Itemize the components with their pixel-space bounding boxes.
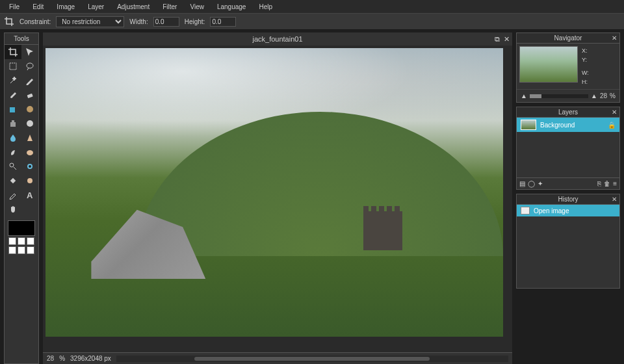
wand-tool[interactable] (5, 73, 21, 88)
menu-image[interactable]: Image (51, 1, 80, 12)
nav-zoom-value: 28 (600, 92, 607, 99)
toolbox: Tools A (4, 32, 39, 364)
pencil-tool[interactable] (21, 73, 38, 88)
menu-bar: File Edit Image Layer Adjustment Filter … (0, 0, 624, 13)
move-tool[interactable] (21, 45, 38, 59)
navigator-close-icon[interactable]: ✕ (612, 34, 617, 42)
height-input[interactable] (210, 17, 236, 27)
zoom-tool[interactable] (21, 202, 38, 216)
svg-rect-5 (10, 122, 16, 127)
marquee-tool[interactable] (5, 59, 21, 73)
height-label: Height: (185, 18, 205, 25)
fx-icon[interactable]: ✦ (538, 180, 543, 187)
width-label: Width: (129, 18, 148, 25)
menu-help[interactable]: Help (254, 1, 278, 12)
layers-panel: Layers✕ Background 🔒 ▤ ◯ ✦ ⎘ 🗑 ≡ (516, 107, 620, 190)
toolbox-title: Tools (5, 33, 38, 45)
svg-point-1 (27, 63, 33, 68)
menu-layer[interactable]: Layer (83, 1, 109, 12)
mask-icon[interactable]: ◯ (528, 180, 535, 187)
layers-title: Layers (558, 109, 578, 116)
constraint-select[interactable]: No restriction (56, 16, 124, 27)
duplicate-icon[interactable]: ⎘ (597, 180, 601, 187)
sharpen-tool[interactable] (21, 131, 38, 145)
swatch-3[interactable] (27, 237, 34, 245)
dodge-tool[interactable] (5, 159, 21, 174)
nav-zoom-pct: % (610, 92, 616, 99)
document-titlebar: jack_fountain01 ⧉ ✕ (43, 32, 512, 46)
menu-edit[interactable]: Edit (27, 1, 49, 12)
layers-menu-icon[interactable]: ≡ (613, 180, 617, 187)
zoom-out-icon[interactable]: ▲ (521, 92, 527, 99)
history-close-icon[interactable]: ✕ (612, 196, 617, 203)
svg-rect-6 (12, 120, 14, 122)
trash-icon[interactable]: 🗑 (604, 180, 610, 187)
menu-language[interactable]: Language (212, 1, 252, 12)
swatch-6[interactable] (27, 246, 34, 254)
svg-text:A: A (27, 190, 33, 200)
svg-point-8 (27, 150, 33, 155)
spotheal-tool[interactable] (5, 174, 21, 188)
type-tool[interactable]: A (21, 188, 38, 202)
swatch-1[interactable] (8, 237, 16, 245)
file-icon (521, 207, 530, 214)
svg-point-11 (29, 165, 31, 168)
color-swatches (5, 216, 38, 257)
close-icon[interactable]: ✕ (504, 35, 510, 44)
history-item-label: Open image (534, 207, 569, 214)
options-bar: Constraint: No restriction Width: Height… (0, 13, 624, 30)
canvas-area: jack_fountain01 ⧉ ✕ 28 % 3296x2048 px (43, 32, 512, 364)
navigator-info: X: Y: W: H: (582, 46, 589, 86)
svg-rect-0 (10, 63, 16, 70)
svg-point-4 (27, 106, 33, 112)
navigator-title: Navigator (554, 34, 582, 42)
history-item[interactable]: Open image (517, 205, 619, 216)
gradient-tool[interactable] (21, 102, 38, 116)
menu-file[interactable]: File (4, 1, 25, 12)
layer-name: Background (540, 122, 575, 129)
blur-tool[interactable] (5, 131, 21, 145)
svg-point-13 (27, 178, 32, 183)
zoom-slider[interactable] (530, 94, 588, 98)
smudge-tool[interactable] (5, 145, 21, 159)
lasso-tool[interactable] (21, 59, 38, 73)
menu-adjustment[interactable]: Adjustment (112, 1, 155, 12)
bloat-tool[interactable] (21, 174, 38, 188)
vertical-scrollbar[interactable] (504, 46, 512, 339)
canvas[interactable] (43, 46, 512, 352)
crop-tool-icon (4, 16, 14, 27)
brush-tool[interactable] (5, 88, 21, 102)
menu-view[interactable]: View (185, 1, 209, 12)
crop-tool[interactable] (5, 45, 21, 59)
hand-tool[interactable] (5, 202, 21, 216)
bucket-tool[interactable] (5, 102, 21, 116)
sponge-tool[interactable] (21, 145, 38, 159)
layers-close-icon[interactable]: ✕ (612, 109, 617, 116)
swatch-5[interactable] (18, 246, 25, 254)
status-bar: 28 % 3296x2048 px (43, 352, 512, 364)
layer-item[interactable]: Background 🔒 (517, 118, 619, 132)
restore-icon[interactable]: ⧉ (495, 35, 500, 44)
zoom-pct: % (59, 355, 65, 362)
clone-tool[interactable] (5, 116, 21, 131)
right-panels: Navigator✕ X: Y: W: H: ▲ ▲ 28 % (516, 32, 620, 364)
foreground-color[interactable] (8, 220, 35, 236)
menu-filter[interactable]: Filter (157, 1, 182, 12)
horizontal-scrollbar[interactable] (116, 356, 508, 362)
zoom-in-icon[interactable]: ▲ (591, 92, 597, 99)
image-dimensions: 3296x2048 px (70, 355, 111, 362)
svg-rect-12 (10, 178, 16, 183)
width-input[interactable] (153, 17, 179, 27)
navigator-thumbnail[interactable] (519, 46, 578, 83)
redeye-tool[interactable] (21, 159, 38, 174)
swatch-4[interactable] (8, 246, 16, 254)
colorreplace-tool[interactable] (21, 116, 38, 131)
eraser-tool[interactable] (21, 88, 38, 102)
colorpicker-tool[interactable] (5, 188, 21, 202)
svg-rect-3 (10, 107, 15, 112)
lock-icon[interactable]: 🔒 (608, 122, 616, 129)
svg-rect-2 (27, 94, 33, 98)
swatch-2[interactable] (18, 237, 25, 245)
svg-point-7 (27, 120, 33, 127)
new-layer-icon[interactable]: ▤ (519, 180, 525, 187)
